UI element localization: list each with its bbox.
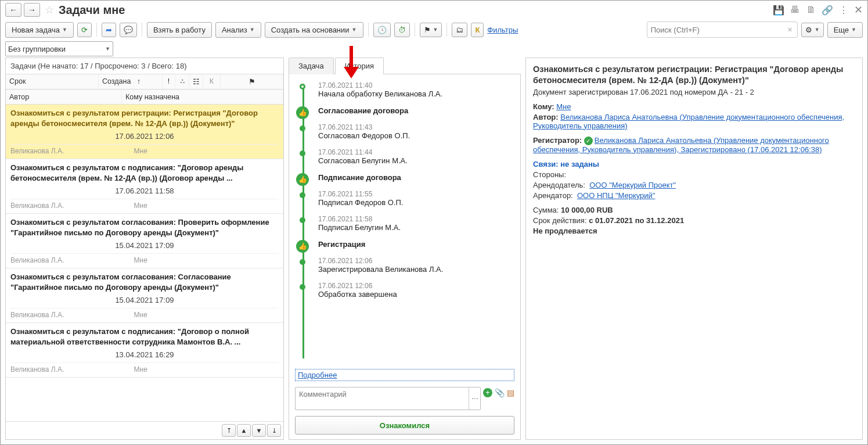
timeline-event: 17.06.2021 11:40Начала обработку Великан… [310, 79, 514, 104]
print-icon[interactable]: 🖶 [789, 4, 801, 16]
timeline-event: 👍Подписание договора [310, 171, 514, 188]
timeline-event: 👍Регистрация [310, 238, 514, 254]
link-icon[interactable]: 🔗 [822, 4, 833, 16]
kebab-menu-icon[interactable]: ⋮ [838, 4, 849, 16]
task-row[interactable]: Ознакомиться с результатом согласования:… [6, 268, 283, 323]
task-row[interactable]: Ознакомиться с результатом с подписания:… [6, 159, 283, 214]
detail-registered: Документ зарегистрирован 17.06.2021 под … [533, 88, 855, 96]
refresh-button[interactable]: ⟳ [77, 23, 92, 37]
more-link[interactable]: Подробнее [295, 369, 514, 381]
col-due[interactable]: Срок [6, 74, 99, 89]
task-row[interactable]: Ознакомиться с результатом согласования:… [6, 214, 283, 268]
comment-add-icon[interactable]: + [483, 388, 492, 397]
k-button[interactable]: К [471, 23, 484, 37]
comment-input-wrapper: ⋯ [295, 387, 481, 410]
detail-links[interactable]: Связи: не заданы [533, 160, 855, 168]
filters-link[interactable]: Фильтры [487, 26, 518, 34]
timeline-event: 17.06.2021 12:06Обработка завершена [310, 279, 514, 304]
preview-icon[interactable]: 🗎 [805, 4, 817, 16]
grouping-select[interactable]: Без группировки ▼ [5, 41, 113, 56]
history-pane: Задача История 17.06.2021 11:40Начала об… [289, 58, 521, 440]
page-title: Задачи мне [59, 3, 125, 17]
create-based-on-button[interactable]: Создать на основании▼ [265, 22, 363, 38]
search-input-wrapper: × [647, 21, 798, 38]
col-author[interactable]: Автор [6, 89, 122, 104]
details-pane: Ознакомиться с результатом регистрации: … [525, 58, 863, 440]
scroll-up-button[interactable]: ▲ [237, 424, 251, 437]
comment-stamp-icon[interactable]: ▤ [507, 388, 514, 397]
close-icon[interactable]: ✕ [854, 3, 863, 16]
col-important-icon[interactable]: ! [163, 74, 175, 89]
new-task-button[interactable]: Новая задача▼ [5, 22, 74, 38]
timeline-event: 17.06.2021 11:43Согласовал Федоров О.П. [310, 121, 514, 146]
scroll-top-button[interactable]: ⤒ [222, 424, 236, 437]
col-tree-icon[interactable]: ☷ [189, 74, 203, 89]
task-row[interactable]: Ознакомиться с результатом регистрации: … [6, 105, 283, 159]
col-assigned[interactable]: Кому назначена [122, 89, 283, 104]
forward-button[interactable]: ➦ [102, 23, 116, 37]
scroll-bottom-button[interactable]: ⤓ [267, 424, 281, 437]
timeline-event: 17.06.2021 11:58Подписал Белугин М.А. [310, 213, 514, 238]
col-k[interactable]: К [203, 74, 221, 89]
check-icon: ✓ [584, 137, 593, 145]
settings-button[interactable]: ⚙▼ [801, 23, 824, 37]
acknowledge-button[interactable]: Ознакомился [295, 416, 514, 435]
search-input[interactable] [650, 24, 786, 35]
task-summary: Задачи (Не начато: 17 / Просрочено: 3 / … [6, 58, 283, 74]
chat-button[interactable]: 💬 [120, 23, 137, 37]
timeline-event: 17.06.2021 11:55Подписал Федоров О.П. [310, 188, 514, 213]
task-list-pane: Задачи (Не начато: 17 / Просрочено: 3 / … [5, 58, 284, 440]
col-flag-icon[interactable]: ⚑ [221, 74, 283, 89]
timeline-event: 👍Согласование договора [310, 104, 514, 121]
timeline-event: 17.06.2021 12:06Зарегистрировала Великан… [310, 254, 514, 279]
tab-task[interactable]: Задача [289, 58, 334, 74]
comment-input[interactable] [296, 387, 467, 401]
timeline-event: 17.06.2021 11:44Согласовал Белугин М.А. [310, 146, 514, 171]
detail-title: Ознакомиться с результатом регистрации: … [533, 64, 855, 86]
comment-expand-icon[interactable]: ⋯ [469, 387, 480, 410]
task-row[interactable]: Ознакомиться с результатом с подписания:… [6, 323, 283, 378]
col-flow-icon[interactable]: ⛬ [175, 74, 189, 89]
scroll-down-button[interactable]: ▼ [252, 424, 266, 437]
nav-back-button[interactable]: ← [5, 3, 21, 17]
detail-lessee-link[interactable]: ООО НПЦ "Меркурий" [577, 191, 655, 200]
timer-button[interactable]: ⏱ [394, 23, 410, 37]
save-icon[interactable]: 💾 [773, 4, 784, 16]
flag-button[interactable]: ⚑▼ [420, 23, 442, 37]
take-to-work-button[interactable]: Взять в работу [147, 22, 212, 38]
tree-button[interactable]: 🗂 [452, 23, 467, 37]
col-created[interactable]: Создана ↑ [99, 74, 163, 89]
comment-attach-icon[interactable]: 📎 [495, 388, 505, 397]
tab-history[interactable]: История [335, 58, 384, 74]
favorite-star-icon[interactable]: ☆ [45, 3, 54, 16]
detail-author-link[interactable]: Великанова Лариса Анатольевна (Управлени… [533, 113, 844, 130]
more-button[interactable]: Еще▼ [827, 22, 863, 38]
clock-button[interactable]: 🕓 [373, 23, 391, 37]
search-clear-icon[interactable]: × [786, 25, 795, 34]
nav-forward-button[interactable]: → [24, 3, 40, 17]
detail-to-link[interactable]: Мне [556, 102, 571, 111]
detail-lessor-link[interactable]: ООО "Меркурий Проект" [589, 181, 676, 189]
analysis-button[interactable]: Анализ▼ [215, 22, 261, 38]
